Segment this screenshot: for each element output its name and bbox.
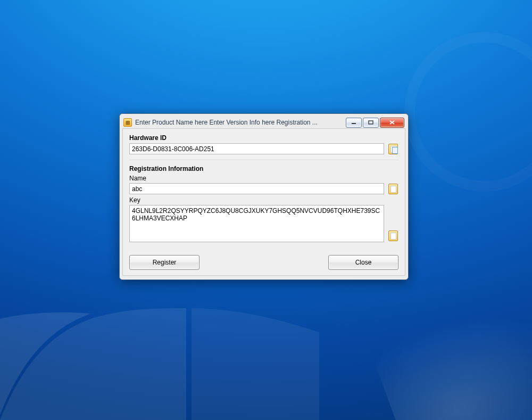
window-title: Enter Product Name here Enter Version In…: [135, 119, 343, 126]
hardware-id-heading: Hardware ID: [129, 134, 398, 142]
svg-rect-1: [369, 121, 373, 124]
key-field[interactable]: 4GLNL9L2R2QSYYRPQYZC6J8QU8CGJXUKY7GHSQQ5…: [129, 205, 384, 242]
paste-name-button[interactable]: [387, 183, 398, 194]
hardware-id-field[interactable]: [129, 143, 384, 154]
minimize-icon: [351, 120, 356, 125]
svg-rect-0: [352, 123, 356, 124]
name-label: Name: [129, 175, 398, 182]
dialog-client-area: Hardware ID Registration Information Nam…: [122, 128, 405, 276]
minimize-button[interactable]: [346, 118, 362, 128]
registration-info-heading: Registration Information: [129, 165, 398, 172]
paste-icon: [388, 184, 398, 194]
wallpaper-leaf-decoration: [364, 260, 532, 420]
titlebar-close-button[interactable]: [380, 118, 404, 128]
close-icon: [389, 120, 395, 125]
copy-hardware-id-button[interactable]: [387, 143, 398, 154]
name-field[interactable]: [129, 183, 384, 194]
section-divider: [129, 160, 398, 161]
paste-key-button[interactable]: [387, 205, 398, 242]
registration-dialog: ⊞ Enter Product Name here Enter Version …: [119, 113, 409, 280]
register-button[interactable]: Register: [129, 255, 200, 270]
paste-icon: [388, 230, 398, 241]
titlebar[interactable]: ⊞ Enter Product Name here Enter Version …: [122, 117, 405, 128]
desktop-wallpaper: ⊞ Enter Product Name here Enter Version …: [0, 0, 532, 420]
key-label: Key: [129, 196, 398, 204]
close-button[interactable]: Close: [328, 255, 398, 270]
copy-icon: [388, 144, 398, 154]
maximize-button[interactable]: [363, 118, 379, 128]
maximize-icon: [368, 120, 373, 125]
wallpaper-swirl-decoration: [404, 32, 532, 192]
app-icon: ⊞: [123, 118, 132, 127]
